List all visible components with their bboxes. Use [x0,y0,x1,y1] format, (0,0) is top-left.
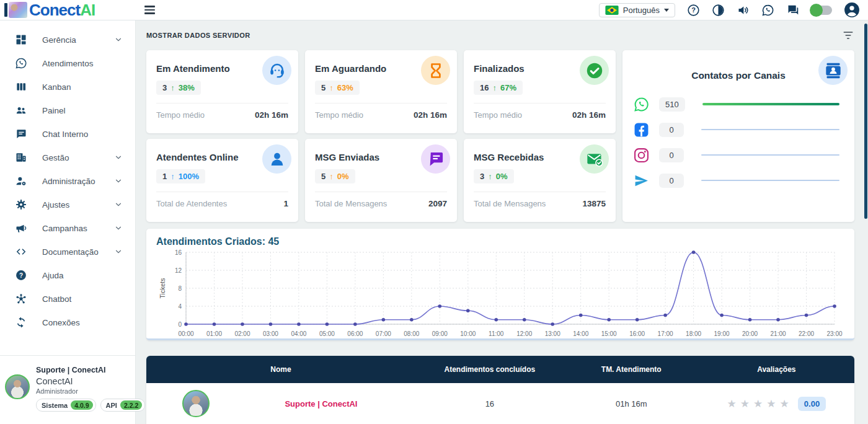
user-role: Administrador [36,387,145,395]
svg-text:14:00: 14:00 [573,330,588,337]
agent-tm: 01h 16m [564,399,699,409]
sidebar-item-label: Atendimentos [42,59,94,68]
admin-icon [15,175,27,187]
stat-percent: 100% [179,172,199,181]
profile-icon[interactable] [844,2,860,18]
stat-footer-label: Tempo médio [156,110,205,120]
tickets-chart-svg: 048121600:0001:0002:0003:0004:0005:0006:… [156,247,844,342]
sidebar-item-ajustes[interactable]: Ajustes [0,193,135,216]
person-icon [262,144,291,174]
stat-footer-label: Total de Mensagens [315,199,387,208]
sidebar-item-painel[interactable]: Painel [0,99,135,122]
svg-text:12: 12 [175,267,182,274]
svg-text:17:00: 17:00 [658,330,673,337]
channels-card: Contatos por Canais 510 0 0 [622,50,854,222]
star-icon: ★ [727,397,738,410]
theme-contrast-icon[interactable] [712,4,725,17]
stat-footer-label: Total de Atendentes [156,199,227,208]
stat-percent: 0% [496,172,508,181]
stat-value: 1 [162,172,167,181]
agent-rating: ★ ★ ★ ★ ★ 0.00 [699,397,854,411]
menu-toggle-icon[interactable] [142,3,157,16]
svg-text:06:00: 06:00 [347,330,363,337]
stat-card-em-aguardando: Em Aguardando 5↑63% Tempo médio02h 16m [305,50,457,133]
api-version-label: API [106,402,117,409]
online-toggle[interactable] [811,6,832,15]
stat-percent: 63% [337,83,353,92]
sidebar-item-chat-interno[interactable]: Chat Interno [0,122,135,146]
svg-text:09:00: 09:00 [432,330,448,337]
svg-text:03:00: 03:00 [263,330,278,337]
sidebar: Gerência Atendimentos Kanban Painel Chat… [0,20,136,424]
language-selector[interactable]: Português [599,3,675,17]
hub-icon [15,293,27,305]
stat-value: 16 [480,83,489,92]
svg-text:?: ? [691,6,696,14]
vertical-scrollbar[interactable] [864,24,867,219]
svg-text:4: 4 [178,303,182,310]
volume-icon[interactable] [737,4,750,17]
col-header-tm-atendimento: TM. Atendimento [564,365,699,374]
filter-icon[interactable] [842,29,854,42]
chevron-down-icon [114,247,123,256]
stat-footer-label: Total de Mensagens [474,199,546,208]
sidebar-item-label: Conexões [42,318,80,327]
sidebar-item-label: Painel [42,106,66,115]
sidebar-item-documentacao[interactable]: Documentação [0,240,135,263]
chevron-down-icon [114,35,123,44]
sidebar-item-administracao[interactable]: Administração [0,169,135,193]
svg-text:01:00: 01:00 [206,330,222,337]
star-icon: ★ [780,397,790,410]
svg-text:13:00: 13:00 [545,330,560,337]
whatsapp-icon[interactable] [761,4,774,17]
stat-trend-badge: 5↑63% [315,81,360,95]
channel-count: 510 [659,97,685,112]
language-label: Português [623,6,660,15]
sidebar-item-conexoes[interactable]: Conexões [0,311,135,334]
sidebar-item-ajuda[interactable]: ? Ajuda [0,263,135,287]
system-version-pill: Sistema 4.0.9 [36,399,96,412]
channel-bar [701,129,839,131]
channel-bar [701,180,839,182]
stat-card-msg-recebidas: MSG Recebidas 3↑0% Total de Mensagens138… [464,139,616,222]
sidebar-item-gestao[interactable]: Gestão [0,146,135,169]
sidebar-item-kanban[interactable]: Kanban [0,75,135,99]
logo: ConectAI [0,0,136,20]
sidebar-item-campanhas[interactable]: Campanhas [0,216,135,240]
main-content: MOSTRAR DADOS SERVIDOR Em Atendimento 3↑… [136,20,868,424]
sidebar-item-label: Gerência [42,35,76,45]
show-server-data-button[interactable]: MOSTRAR DADOS SERVIDOR [146,32,250,39]
api-version-pill: API 2.2.2 [100,399,146,412]
chart-title: Atendimentos Criados: 45 [156,236,844,247]
stat-card-finalizados: Finalizados 16↑67% Tempo médio02h 16m [464,50,616,133]
sidebar-item-label: Chatbot [42,294,71,304]
sidebar-item-gerencia[interactable]: Gerência [0,28,135,51]
sidebar-item-chatbot[interactable]: Chatbot [0,287,135,311]
stat-card-msg-enviadas: MSG Enviadas 5↑0% Total de Mensagens2097 [305,139,457,222]
col-header-nome: Nome [146,365,415,374]
agent-avatar [182,390,210,417]
trend-up-icon: ↑ [488,172,492,181]
user-title: Suporte | ConectAI [36,366,145,374]
sidebar-item-label: Campanhas [42,224,87,233]
svg-text:Tickets: Tickets [159,278,166,299]
svg-text:?: ? [19,272,23,279]
sidebar-item-atendimentos[interactable]: Atendimentos [0,51,135,75]
business-icon [15,151,27,164]
mail-check-icon [580,144,609,174]
channel-count: 0 [659,148,684,162]
svg-text:0: 0 [178,321,182,328]
forum-icon[interactable] [786,4,799,17]
logo-text-secondary: AI [80,1,95,19]
contact-card-icon [818,56,848,85]
channels-title: Contatos por Canais [634,70,843,81]
svg-text:18:00: 18:00 [686,330,701,337]
top-navbar: ConectAI Português ? [0,0,868,20]
trend-up-icon: ↑ [170,172,175,181]
support-agent-icon [262,56,291,85]
help-icon[interactable]: ? [687,4,700,17]
chevron-down-icon [114,177,123,185]
help-filled-icon: ? [15,269,27,281]
user-avatar [5,374,30,399]
chat-icon [15,128,27,140]
